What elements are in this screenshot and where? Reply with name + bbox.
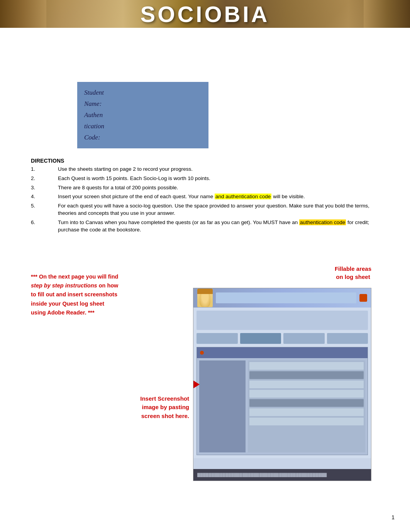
bottom-line5: inside your Quest log sheet (31, 301, 104, 307)
insert-screenshot-label: Insert Screenshot image by pasting scree… (31, 394, 193, 421)
inner-sidebar (199, 360, 246, 452)
inner-row-4 (249, 390, 364, 398)
page-content: StudentName:AuthenticationCode: DIRECTIO… (0, 28, 410, 436)
direction-item-2: 2. Each Quest is worth 15 points. Each S… (31, 175, 379, 182)
insert-line1: Insert Screenshot (140, 395, 189, 402)
highlight-authentication: and authentication code (215, 194, 271, 199)
bottom-line6: using Adobe Reader. *** (31, 309, 95, 316)
direction-text-2: Each Quest is worth 15 points. Each Soci… (58, 175, 379, 182)
inner-main (248, 360, 365, 452)
screenshot-nav-item-3 (283, 333, 325, 344)
bottom-bar-text: ▓▓▓▓▓▓▓▓▓▓▓▓▓▓▓▓▓▓▓▓▓▓▓▓▓▓▓▓▓▓▓▓▓▓▓▓▓▓▓▓… (197, 473, 327, 477)
insert-line2: image by pasting (142, 404, 189, 410)
inner-row-7 (249, 418, 364, 425)
screenshot-name-bar (216, 292, 356, 303)
inner-dot (200, 351, 204, 355)
screenshot-nav-item-1 (197, 333, 238, 344)
page-title: SOCIOBIA (141, 1, 270, 27)
direction-item-3: 3. There are 8 quests for a total of 200… (31, 184, 379, 192)
directions-title: DIRECTIONS (31, 158, 379, 164)
direction-text-4: Insert your screen shot picture of the e… (58, 193, 379, 201)
fillable-line1: Fillable areas (335, 265, 371, 272)
inner-content (197, 358, 368, 455)
direction-text-1: Use the sheets starting on page 2 to rec… (58, 165, 379, 173)
screenshot-content-bar (197, 311, 368, 330)
direction-num-2: 2. (31, 175, 58, 182)
direction-text-5: For each quest you will have a socio-log… (58, 202, 379, 217)
arrow-indicator (193, 381, 200, 388)
direction-num-6: 6. (31, 219, 58, 234)
direction-item-4: 4. Insert your screen shot picture of th… (31, 193, 379, 201)
header-left-image (0, 0, 46, 28)
direction-num-3: 3. (31, 184, 58, 192)
screenshot-top-bar (193, 288, 371, 308)
inner-row-1 (249, 362, 364, 370)
student-info-text: StudentName:AuthenticationCode: (84, 87, 202, 143)
directions-section: DIRECTIONS 1. Use the sheets starting on… (31, 158, 379, 234)
direction-item-1: 1. Use the sheets starting on page 2 to … (31, 165, 379, 173)
directions-list: 1. Use the sheets starting on page 2 to … (31, 165, 379, 234)
fillable-line2: on log sheet (336, 274, 370, 280)
direction-text-3: There are 8 quests for a total of 200 po… (58, 184, 379, 192)
direction-text-6: Turn into to Canvas when you have comple… (58, 219, 379, 234)
inner-row-6 (249, 408, 364, 416)
top-spacer (31, 36, 379, 82)
highlight-auth-code: authentication code (299, 219, 346, 225)
bottom-left: *** On the next page you will find step … (31, 265, 193, 420)
screenshot-nav-bar (197, 333, 368, 344)
bottom-section: *** On the next page you will find step … (31, 265, 379, 420)
screenshot-avatar (197, 289, 213, 307)
insert-line3: screen shot here. (141, 413, 189, 419)
inner-row-2 (249, 371, 364, 379)
student-name-label: StudentName:AuthenticationCode: (84, 89, 104, 141)
direction-item-6: 6. Turn into to Canvas when you have com… (31, 219, 379, 234)
bottom-line1: *** On the next page you will find (31, 274, 118, 280)
screenshot-nav-item-4 (327, 333, 368, 344)
direction-num-4: 4. (31, 193, 58, 201)
bottom-right: Fillable areas on log sheet (193, 265, 379, 420)
page-number: 1 (391, 514, 395, 520)
screenshot-main (193, 308, 371, 458)
bottom-left-text: *** On the next page you will find step … (31, 272, 193, 317)
fillable-areas-label: Fillable areas on log sheet (335, 265, 371, 281)
inner-screenshot (197, 347, 368, 455)
bottom-line2: step by step instructions (31, 282, 97, 289)
bottom-line4: to fill out and insert screenshots (31, 291, 117, 297)
inner-top-bar (197, 347, 368, 358)
header-banner: SOCIOBIA (0, 0, 410, 28)
direction-num-5: 5. (31, 202, 58, 217)
inner-row-5 (249, 399, 364, 407)
direction-num-1: 1. (31, 165, 58, 173)
direction-item-5: 5. For each quest you will have a socio-… (31, 202, 379, 217)
screenshot-bottom-bar: ▓▓▓▓▓▓▓▓▓▓▓▓▓▓▓▓▓▓▓▓▓▓▓▓▓▓▓▓▓▓▓▓▓▓▓▓▓▓▓▓… (193, 469, 371, 481)
screenshot-nav-item-2 (240, 333, 281, 344)
bottom-line3: on how (97, 282, 119, 289)
student-info-box[interactable]: StudentName:AuthenticationCode: (77, 82, 208, 148)
screenshot-preview: ▓▓▓▓▓▓▓▓▓▓▓▓▓▓▓▓▓▓▓▓▓▓▓▓▓▓▓▓▓▓▓▓▓▓▓▓▓▓▓▓… (193, 288, 371, 481)
header-right-image (364, 0, 410, 28)
inner-row-3 (249, 381, 364, 388)
screenshot-badge (359, 294, 367, 302)
